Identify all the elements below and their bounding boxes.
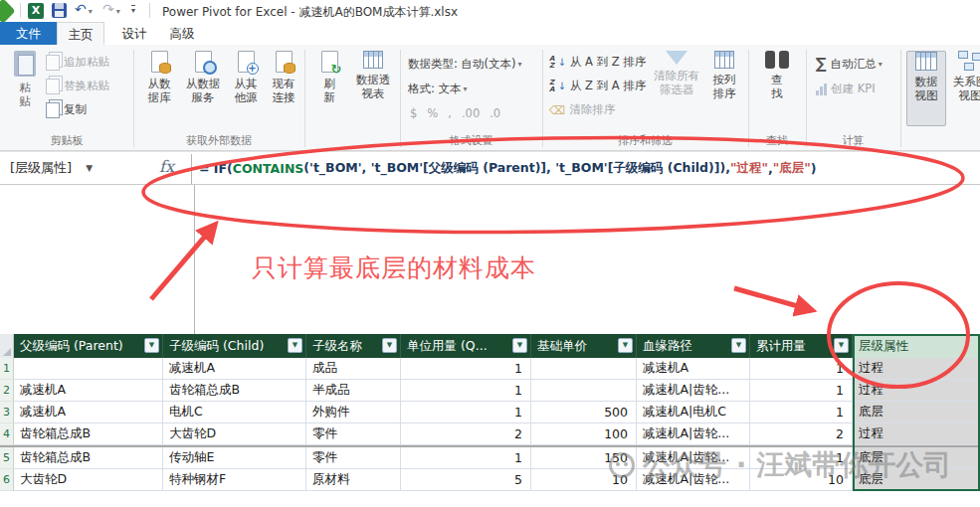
cell-path[interactable]: 减速机A <box>637 358 750 380</box>
cell-level[interactable]: 过程 <box>853 423 980 445</box>
column-filter-button[interactable]: ▼ <box>512 338 527 353</box>
column-filter-button[interactable]: ▼ <box>618 338 633 353</box>
cell-level[interactable]: 过程 <box>853 380 980 402</box>
name-box[interactable]: [层级属性] ▼ <box>0 152 147 184</box>
cell-child[interactable]: 齿轮箱总成B <box>163 380 306 402</box>
from-data-service-button[interactable]: 从数据 服务 <box>181 51 225 126</box>
cell-path[interactable]: 减速机A|电机C <box>637 402 750 423</box>
cell-qty[interactable]: 5 <box>401 469 531 491</box>
cell-path[interactable]: 减速机A|齿轮... <box>637 380 750 402</box>
tab-design[interactable]: 设计 <box>114 22 154 45</box>
column-header-cum[interactable]: 累计用量▼ <box>750 334 853 358</box>
row-number[interactable]: 1 <box>0 358 14 380</box>
cell-qty[interactable]: 2 <box>401 423 531 445</box>
tab-file[interactable]: 文件 <box>0 22 57 45</box>
cell-name[interactable]: 成品 <box>306 358 401 380</box>
cell-child[interactable]: 传动轴E <box>163 447 306 469</box>
cell-level[interactable]: 过程 <box>853 358 980 380</box>
cell-price[interactable]: 500 <box>531 402 637 423</box>
cell-child[interactable]: 减速机A <box>163 358 306 380</box>
refresh-button[interactable]: ↻ 刷 新 <box>312 51 346 126</box>
autosum-button[interactable]: ∑ 自动汇总 ▾ <box>816 54 882 75</box>
cell-parent[interactable]: 减速机A <box>14 380 163 402</box>
cell-qty[interactable]: 1 <box>401 402 531 423</box>
sort-by-column-button[interactable]: 按列 排序 <box>702 51 746 126</box>
diagram-view-button[interactable]: 关系图 视图 <box>948 51 980 126</box>
row-number[interactable]: 3 <box>0 402 14 423</box>
cell-name[interactable]: 半成品 <box>306 380 401 402</box>
cell-name[interactable]: 外购件 <box>306 402 401 423</box>
thousands-format-button[interactable]: , <box>448 106 452 120</box>
group-label-sort-filter: 排序和筛选 <box>542 133 748 148</box>
cell-cum[interactable]: 1 <box>750 358 853 380</box>
cell-parent[interactable]: 大齿轮D <box>14 469 163 491</box>
cell-parent[interactable] <box>14 358 163 380</box>
row-number[interactable]: 2 <box>0 380 14 402</box>
column-filter-button[interactable]: ▼ <box>382 338 397 353</box>
paste-button[interactable]: 粘 贴 <box>8 51 42 126</box>
increase-decimal-button[interactable]: .00 <box>462 106 480 120</box>
from-other-sources-button[interactable]: + 从其 他源 <box>227 51 265 126</box>
from-database-button[interactable]: 从数 据库 <box>139 51 179 126</box>
cell-level[interactable]: 底层 <box>853 402 980 423</box>
cell-child[interactable]: 大齿轮D <box>163 423 306 445</box>
format-dropdown[interactable]: 格式: 文本 ▾ <box>408 79 468 99</box>
tab-home[interactable]: 主页 <box>57 22 104 45</box>
column-header-name[interactable]: 子级名称▼ <box>306 334 401 358</box>
cell-path[interactable]: 减速机A|齿轮... <box>637 423 750 445</box>
chevron-down-icon: ▼ <box>736 342 741 349</box>
currency-format-button[interactable]: $ <box>410 106 417 120</box>
data-type-dropdown[interactable]: 数据类型: 自动(文本) ▾ <box>408 54 522 75</box>
column-header-parent[interactable]: 父级编码 (Parent)▼ <box>14 334 163 358</box>
formula-input[interactable]: = IF(CONTAINS('t_BOM', 't_BOM'[父级编码 (Par… <box>199 152 816 184</box>
data-view-icon <box>915 52 937 71</box>
chevron-down-icon[interactable]: ▼ <box>86 163 93 173</box>
find-button[interactable]: 查 找 <box>758 51 796 126</box>
column-filter-button[interactable]: ▼ <box>834 338 849 353</box>
cell-qty[interactable]: 1 <box>401 358 531 380</box>
undo-icon[interactable]: ↶▾ <box>75 2 93 19</box>
tab-advanced[interactable]: 高级 <box>162 22 202 45</box>
chevron-down-icon[interactable]: ▾ <box>89 7 93 16</box>
cell-cum[interactable]: 1 <box>750 402 853 423</box>
sort-za-button[interactable]: ZA↓ 从 Z 到 A 排序 <box>549 76 646 96</box>
column-header-price[interactable]: 基础单价▼ <box>531 334 637 358</box>
cell-name[interactable]: 原材料 <box>306 469 401 491</box>
decrease-decimal-button[interactable]: .0 <box>490 106 500 120</box>
cell-qty[interactable]: 1 <box>401 380 531 402</box>
cell-price[interactable] <box>531 358 637 380</box>
cell-cum[interactable]: 2 <box>750 423 853 445</box>
row-number[interactable]: 4 <box>0 423 14 445</box>
cell-name[interactable]: 零件 <box>306 423 401 445</box>
save-icon[interactable] <box>52 3 67 18</box>
cell-child[interactable]: 电机C <box>163 402 306 423</box>
column-filter-button[interactable]: ▼ <box>288 338 302 353</box>
row-number[interactable]: 5 <box>0 447 14 469</box>
cell-price[interactable]: 100 <box>531 423 637 445</box>
cell-cum[interactable]: 1 <box>750 380 853 402</box>
pivottable-button[interactable]: 数据透 视表 <box>350 51 396 126</box>
row-number[interactable]: 6 <box>0 469 14 491</box>
cell-parent[interactable]: 齿轮箱总成B <box>14 423 163 445</box>
cell-qty[interactable]: 1 <box>401 447 531 469</box>
data-view-button[interactable]: 数据 视图 <box>906 51 946 126</box>
toolbar-options-icon[interactable]: ▾ <box>131 5 135 16</box>
excel-icon[interactable]: X <box>28 3 44 19</box>
column-filter-button[interactable]: ▼ <box>731 338 746 353</box>
column-header-path[interactable]: 血缘路径▼ <box>637 334 750 358</box>
column-header-qty[interactable]: 单位用量 (Q...▼ <box>401 334 531 358</box>
sort-az-button[interactable]: AZ↓ 从 A 到 Z 排序 <box>549 52 646 73</box>
copy-button[interactable]: 复制 <box>46 99 87 120</box>
percent-format-button[interactable]: % <box>427 106 438 120</box>
select-all-corner[interactable] <box>0 334 14 358</box>
column-header-level[interactable]: 层级属性 <box>853 334 980 358</box>
chevron-down-icon[interactable]: ▾ <box>116 7 120 16</box>
existing-connections-button[interactable]: 现有 连接 <box>265 51 302 126</box>
column-header-child[interactable]: 子级编码 (Child)▼ <box>163 334 306 358</box>
cell-child[interactable]: 特种钢材F <box>163 469 306 491</box>
column-filter-button[interactable]: ▼ <box>144 338 159 353</box>
cell-name[interactable]: 零件 <box>306 447 401 469</box>
cell-parent[interactable]: 齿轮箱总成B <box>14 447 163 469</box>
cell-price[interactable] <box>531 380 637 402</box>
cell-parent[interactable]: 减速机A <box>14 402 163 423</box>
